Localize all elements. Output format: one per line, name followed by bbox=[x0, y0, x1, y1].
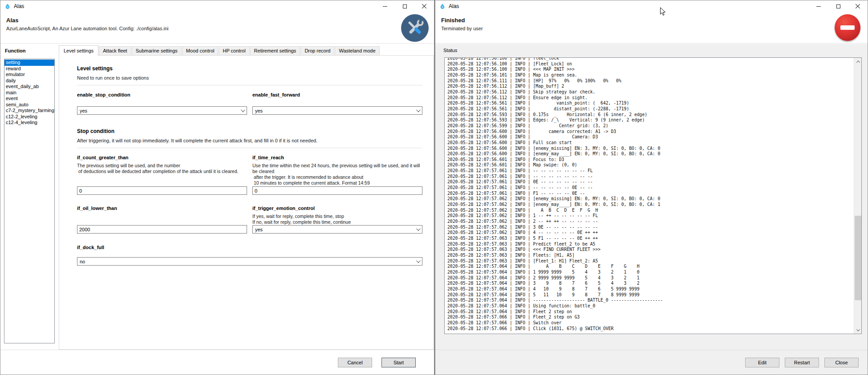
settings-tab[interactable]: Submarine settings bbox=[132, 46, 182, 55]
log-line: 2020-05-28 12:07:56.111 | INFO | [HP] 97… bbox=[447, 78, 852, 84]
app-header: Alas AzurLaneAutoScript, An Azur Lane au… bbox=[0, 12, 434, 44]
restart-button[interactable]: Restart bbox=[785, 358, 819, 367]
log-line: 2020-05-28 12:07:57.062 | INFO | 1 -- ++… bbox=[447, 213, 852, 219]
settings-tab[interactable]: Attack fleet bbox=[99, 46, 131, 55]
app-header: Finished Terminated by user bbox=[435, 12, 868, 44]
if-oil-lower-than-input[interactable] bbox=[77, 225, 247, 234]
log-line: 2020-05-28 12:07:57.064 | INFO | Using f… bbox=[447, 303, 852, 309]
function-list-item[interactable]: daily bbox=[4, 78, 54, 84]
function-list-item[interactable]: event bbox=[4, 96, 54, 102]
log-line: 2020-05-28 12:07:57.064 | INFO | 4 10 9 … bbox=[447, 286, 852, 292]
chevron-down-icon bbox=[241, 108, 245, 112]
settings-tab[interactable]: Wasteland mode bbox=[335, 46, 379, 55]
log-line: 2020-05-28 12:07:57.061 | INFO | F1 -- -… bbox=[447, 191, 852, 197]
close-session-button[interactable]: Close bbox=[824, 358, 859, 367]
settings-tab[interactable]: Level settings bbox=[59, 45, 98, 56]
log-line: 2020-05-28 12:07:56.561 | INFO | vanish_… bbox=[447, 101, 852, 106]
status-group-label: Status bbox=[443, 48, 457, 53]
scrollbar-thumb[interactable] bbox=[855, 216, 861, 300]
log-line: 2020-05-28 12:07:57.064 | INFO | 2 9999 … bbox=[447, 275, 852, 281]
log-line: 2020-05-28 12:07:56.100 | INFO | [Fleet_… bbox=[447, 61, 852, 67]
field-desc: The previous setting will be used, and t… bbox=[77, 163, 247, 174]
log-line: 2020-05-28 12:07:56.112 | INFO | Skip st… bbox=[447, 89, 852, 95]
enable-fast-forward-select[interactable]: yes bbox=[252, 106, 422, 115]
edit-button[interactable]: Edit bbox=[745, 358, 779, 367]
scroll-down-icon[interactable] bbox=[854, 326, 862, 334]
log-line: 2020-05-28 12:07:57.062 | INFO | 2 -- ++… bbox=[447, 219, 852, 225]
divider bbox=[77, 85, 422, 85]
log-line: 2020-05-28 12:07:56.593 | INFO | Edges: … bbox=[447, 117, 852, 123]
status-title: Finished bbox=[441, 17, 465, 24]
log-line: 2020-05-28 12:07:56.101 | INFO | Map is … bbox=[447, 73, 852, 78]
if-trigger-emotion-control-select[interactable]: yes bbox=[252, 225, 422, 234]
field-if-trigger-emotion-control: if_trigger_emotion_control If yes, wait … bbox=[252, 206, 422, 234]
function-list-item[interactable]: emulator bbox=[4, 72, 54, 78]
function-list-item[interactable]: c12-4_leveling bbox=[4, 120, 54, 126]
log-line: 2020-05-28 12:07:57.064 | INFO | 1 9999 … bbox=[447, 270, 852, 275]
close-button[interactable] bbox=[848, 0, 868, 12]
function-list-item[interactable]: semi_auto bbox=[4, 102, 54, 108]
enable-stop-condition-select[interactable]: yes bbox=[77, 106, 247, 115]
log-output-box[interactable]: 2020-05-28 12:07:56.100 | INFO | fleet_l… bbox=[444, 57, 862, 334]
log-line: 2020-05-28 12:07:56.593 | INFO | 0.175s … bbox=[447, 112, 852, 118]
log-body: Status 2020-05-28 12:07:56.100 | INFO | … bbox=[435, 44, 868, 375]
combo-value: yes bbox=[255, 108, 416, 113]
function-list-item[interactable]: c12-2_leveling bbox=[4, 114, 54, 120]
function-list[interactable]: settingrewardemulatordailyevent_daily_ab… bbox=[4, 59, 55, 343]
field-label: enable_stop_condition bbox=[77, 92, 247, 97]
log-line: 2020-05-28 12:07:56.100 | INFO | fleet_l… bbox=[447, 57, 852, 61]
log-line: 2020-05-28 12:07:57.064 | INFO | 3 9 8 7… bbox=[447, 281, 852, 286]
function-list-item[interactable]: main bbox=[4, 90, 54, 96]
log-line: 2020-05-28 12:07:57.061 | INFO | -- -- -… bbox=[447, 174, 852, 180]
if-count-greater-than-input[interactable] bbox=[77, 186, 247, 195]
divider bbox=[77, 148, 422, 148]
scroll-up-icon[interactable] bbox=[854, 58, 862, 65]
settings-tab-strip: Level settingsAttack fleetSubmarine sett… bbox=[59, 45, 380, 55]
function-list-item[interactable]: c7-2_mystery_farming bbox=[4, 108, 54, 114]
minimize-button[interactable] bbox=[375, 0, 395, 12]
titlebar: Alas bbox=[0, 0, 434, 12]
function-list-item[interactable]: event_daily_ab bbox=[4, 84, 54, 90]
log-line: 2020-05-28 12:07:57.062 | INFO | [enemy_… bbox=[447, 202, 852, 208]
field-label: if_oil_lower_than bbox=[77, 206, 247, 211]
field-label: if_trigger_emotion_control bbox=[252, 206, 422, 211]
maximize-button[interactable] bbox=[395, 0, 414, 12]
minimize-button[interactable] bbox=[809, 0, 828, 12]
field-if-dock-full: if_dock_full no bbox=[77, 245, 422, 266]
page-subtitle: AzurLaneAutoScript, An Azur Lane automat… bbox=[6, 26, 168, 31]
close-button[interactable] bbox=[414, 0, 434, 12]
section-desc-level: Need to run once to save options bbox=[77, 75, 422, 81]
if-dock-full-select[interactable]: no bbox=[77, 257, 422, 266]
log-line: 2020-05-28 12:07:57.062 | INFO | [enemy_… bbox=[447, 196, 852, 202]
settings-tab[interactable]: Mood control bbox=[182, 46, 219, 55]
page-title: Alas bbox=[6, 17, 18, 24]
log-line: 2020-05-28 12:07:56.600 | INFO | Full sc… bbox=[447, 140, 852, 146]
log-line: 2020-05-28 12:07:56.561 | INFO | distant… bbox=[447, 106, 852, 112]
alas-logo-icon bbox=[439, 3, 446, 9]
field-enable-fast-forward: enable_fast_forward yes bbox=[252, 92, 422, 115]
status-subtitle: Terminated by user bbox=[441, 26, 483, 31]
function-list-item[interactable]: reward bbox=[4, 66, 54, 72]
settings-tab[interactable]: Drop record bbox=[300, 46, 334, 55]
log-line: 2020-05-28 12:07:56.601 | INFO | Map swi… bbox=[447, 162, 852, 168]
maximize-button[interactable] bbox=[828, 0, 848, 12]
combo-value: yes bbox=[255, 227, 416, 232]
function-list-item[interactable]: setting bbox=[4, 60, 54, 66]
if-time-reach-input[interactable] bbox=[252, 186, 422, 195]
settings-tab[interactable]: HP control bbox=[219, 46, 249, 55]
log-line: 2020-05-28 12:07:56.600 | INFO | [enemy_… bbox=[447, 146, 852, 152]
log-line: 2020-05-28 12:07:57.064 | INFO | Fleet 2… bbox=[447, 309, 852, 315]
field-label: if_time_reach bbox=[252, 155, 422, 160]
settings-tab[interactable]: Retirement settings bbox=[250, 46, 300, 55]
combo-value: no bbox=[80, 259, 416, 264]
level-settings-pane: Level settings Need to run once to save … bbox=[59, 55, 434, 350]
start-button[interactable]: Start bbox=[381, 358, 416, 367]
stopped-icon bbox=[835, 14, 862, 42]
field-if-time-reach: if_time_reach Use the time within the ne… bbox=[252, 155, 422, 195]
cancel-button[interactable]: Cancel bbox=[338, 358, 372, 367]
log-scrollbar[interactable] bbox=[854, 58, 861, 334]
close-icon bbox=[422, 4, 426, 8]
log-line: 2020-05-28 12:07:57.064 | INFO | 5 11 10… bbox=[447, 292, 852, 298]
chevron-down-icon bbox=[416, 258, 421, 263]
log-lines: 2020-05-28 12:07:56.100 | INFO | fleet_l… bbox=[447, 57, 852, 334]
